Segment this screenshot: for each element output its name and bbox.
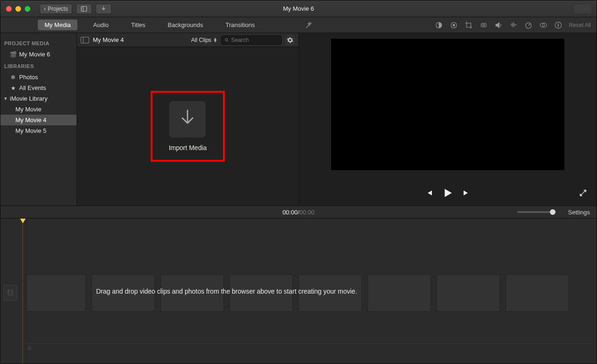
clip-filter-dropdown[interactable]: All Clips ▲▼: [191, 37, 217, 43]
import-button[interactable]: [96, 4, 111, 14]
svg-rect-0: [81, 6, 87, 11]
sidebar-imovie-library-label: iMovie Library: [10, 95, 48, 102]
media-browser: My Movie 4 All Clips ▲▼: [77, 33, 299, 206]
transport-controls: [299, 180, 597, 206]
timeline-hint: Drag and drop video clips and photos fro…: [96, 288, 357, 295]
duration-time: 00:00: [299, 209, 315, 216]
browser-settings-button[interactable]: [285, 35, 295, 45]
clapperboard-icon: 🎬: [10, 51, 16, 58]
clip-placeholder: [26, 275, 86, 312]
sidebar-event-my-movie-5[interactable]: My Movie 5: [0, 125, 76, 136]
import-media-highlight: Import Media: [151, 91, 225, 162]
svg-text:i: i: [558, 23, 559, 27]
download-arrow-icon: [179, 109, 196, 130]
sidebar-event-label: My Movie: [15, 106, 42, 113]
clip-placeholder: [368, 275, 431, 312]
tab-my-media[interactable]: My Media: [38, 20, 77, 30]
sidebar-imovie-library[interactable]: ▼ iMovie Library: [0, 93, 76, 104]
chevron-left-icon: ‹: [44, 6, 46, 12]
crop-button[interactable]: [465, 21, 473, 29]
tab-audio[interactable]: Audio: [87, 20, 115, 30]
gutter-clip-placeholder: [3, 285, 17, 301]
star-icon: ★: [10, 85, 16, 91]
tab-titles[interactable]: Titles: [125, 20, 152, 30]
sidebar-all-events[interactable]: ★ All Events: [0, 82, 76, 93]
zoom-slider-knob[interactable]: [550, 209, 555, 215]
svg-rect-13: [8, 290, 13, 295]
titlebar: ‹ Projects My Movie 6: [0, 0, 597, 17]
browser-title: My Movie 4: [93, 36, 124, 43]
clip-filter-button[interactable]: [539, 21, 548, 29]
sidebar-event-label: My Movie 5: [15, 127, 46, 134]
window-controls: [0, 6, 36, 12]
next-button[interactable]: [462, 189, 471, 197]
preview-canvas: [331, 39, 564, 170]
tab-backgrounds[interactable]: Backgrounds: [161, 20, 210, 30]
maximize-window-button[interactable]: [25, 6, 30, 12]
play-button[interactable]: [442, 187, 454, 199]
clip-filter-label: All Clips: [191, 37, 211, 43]
timecode-row: 00:00 / 00:00 Settings: [0, 206, 597, 219]
sidebar-event-my-movie[interactable]: My Movie: [0, 104, 76, 115]
sidebar-event-label: My Movie 4: [15, 117, 46, 124]
libraries-header: LIBRARIES: [0, 60, 76, 72]
viewer-pane: [299, 33, 597, 206]
fullscreen-button[interactable]: [579, 189, 587, 197]
sidebar-all-events-label: All Events: [19, 84, 46, 91]
sidebar-event-my-movie-4[interactable]: My Movie 4: [0, 115, 76, 125]
zoom-slider-track[interactable]: [517, 211, 555, 213]
updown-chevron-icon: ▲▼: [213, 38, 217, 42]
library-list-toggle-button[interactable]: [76, 4, 92, 14]
speed-button[interactable]: [524, 21, 533, 29]
playhead-icon[interactable]: [20, 219, 26, 223]
project-media-header: PROJECT MEDIA: [0, 37, 76, 49]
tab-transitions[interactable]: Transitions: [219, 20, 261, 30]
svg-point-12: [225, 38, 228, 41]
share-button[interactable]: [573, 4, 592, 14]
disclosure-triangle-icon[interactable]: ▼: [3, 96, 7, 101]
svg-rect-5: [481, 23, 486, 27]
noise-eq-button[interactable]: [509, 21, 518, 29]
enhance-magic-wand-button[interactable]: [305, 21, 313, 29]
search-field[interactable]: [221, 35, 282, 45]
sidebar-project[interactable]: 🎬 My Movie 6: [0, 49, 76, 60]
search-input[interactable]: [231, 37, 279, 43]
media-tabset: My Media Audio Titles Backgrounds Transi…: [38, 20, 261, 30]
flower-icon: ✲: [10, 74, 16, 81]
browser-header: My Movie 4 All Clips ▲▼: [77, 33, 298, 47]
audio-track[interactable]: ♫: [26, 343, 592, 352]
info-button[interactable]: i: [554, 21, 562, 29]
timeline-settings-button[interactable]: Settings: [568, 209, 590, 216]
reset-all-button[interactable]: Reset All: [569, 22, 591, 28]
import-media-button[interactable]: [169, 101, 206, 137]
svg-point-6: [483, 24, 485, 26]
color-balance-button[interactable]: [435, 21, 443, 29]
sidebar-photos-label: Photos: [19, 74, 38, 81]
clip-placeholder: [506, 275, 569, 312]
minimize-window-button[interactable]: [15, 6, 21, 12]
music-note-icon: ♫: [27, 345, 31, 351]
close-window-button[interactable]: [6, 6, 12, 12]
volume-button[interactable]: [494, 21, 503, 29]
sidebar-toggle-icon[interactable]: [81, 37, 89, 43]
download-arrow-icon: [100, 6, 107, 12]
back-to-projects-button[interactable]: ‹ Projects: [40, 4, 72, 14]
playhead-line: [22, 219, 23, 364]
prev-button[interactable]: [425, 189, 433, 197]
current-time: 00:00: [283, 209, 298, 216]
timeline[interactable]: Drag and drop video clips and photos fro…: [0, 219, 597, 364]
color-correction-button[interactable]: [450, 21, 458, 29]
filmstrip-icon: [7, 289, 14, 296]
sidebar-project-label: My Movie 6: [19, 51, 50, 58]
sidebar-toggle-icon: [80, 6, 88, 12]
clip-placeholder: [437, 275, 500, 312]
svg-point-4: [452, 24, 455, 26]
stabilization-button[interactable]: [479, 21, 488, 29]
back-label: Projects: [48, 6, 68, 12]
search-icon: [224, 37, 229, 43]
sidebar: PROJECT MEDIA 🎬 My Movie 6 LIBRARIES ✲ P…: [0, 33, 77, 206]
import-media-label: Import Media: [169, 144, 207, 151]
gear-icon: [287, 37, 293, 43]
toolbar-row: My Media Audio Titles Backgrounds Transi…: [0, 17, 597, 33]
sidebar-photos[interactable]: ✲ Photos: [0, 72, 76, 82]
